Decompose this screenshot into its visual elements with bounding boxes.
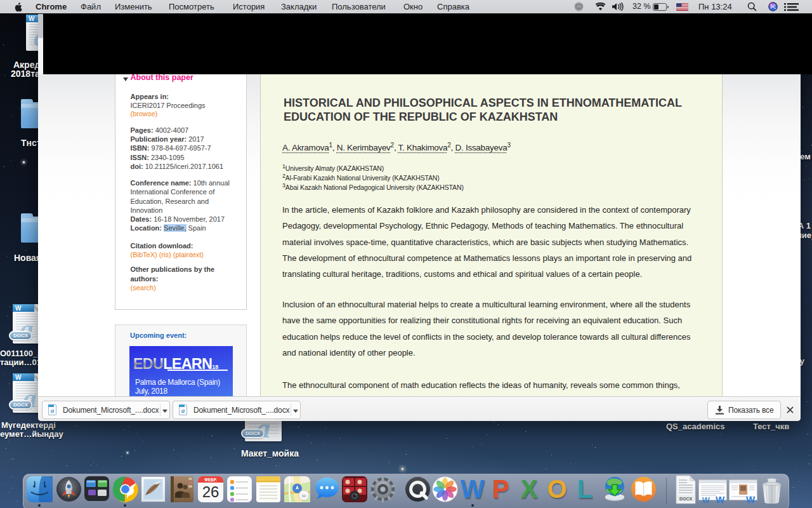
svg-text:3D: 3D xyxy=(301,494,306,498)
svg-text:W: W xyxy=(716,494,725,504)
svg-text:W: W xyxy=(746,494,756,504)
svg-text:26: 26 xyxy=(202,483,219,500)
svg-text:DOCX: DOCX xyxy=(679,497,693,501)
svg-text:W: W xyxy=(702,495,710,504)
svg-text:ФЕВР.: ФЕВР. xyxy=(204,478,217,482)
